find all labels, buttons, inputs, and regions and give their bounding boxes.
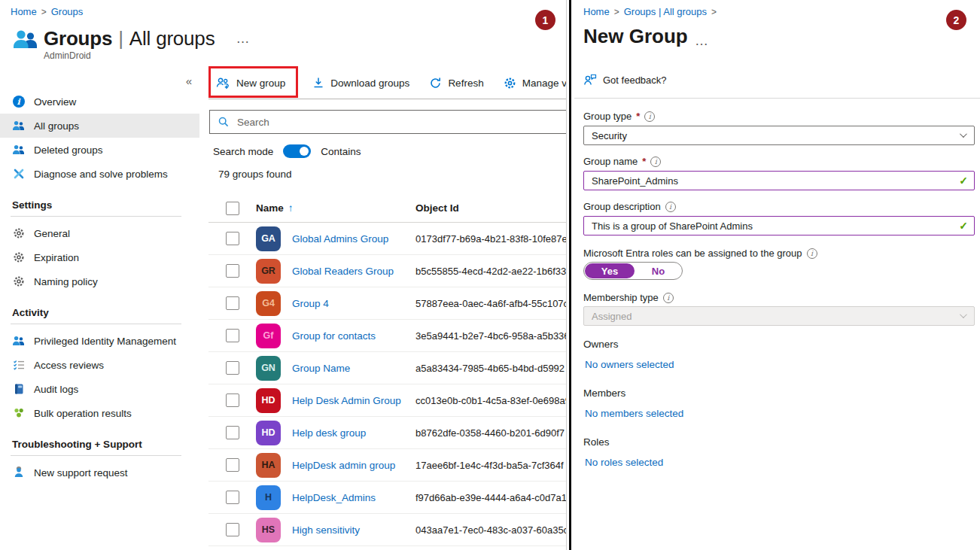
gear-icon xyxy=(12,227,25,240)
sidebar-item-label: Diagnose and solve problems xyxy=(34,169,168,180)
membership-type-value: Assigned xyxy=(592,311,632,322)
got-feedback-button[interactable]: Got feedback? xyxy=(583,74,667,86)
select-all-checkbox[interactable] xyxy=(226,202,239,215)
person-icon xyxy=(12,466,25,479)
info-icon[interactable]: i xyxy=(665,202,676,212)
object-id-cell: 3e5a9441-b2e7-4bc6-958a-a5b336 xyxy=(415,330,567,342)
refresh-button[interactable]: Refresh xyxy=(429,77,483,90)
group-name-link[interactable]: Group for contacts xyxy=(287,330,415,342)
group-name-link[interactable]: Help desk group xyxy=(287,427,415,439)
row-checkbox[interactable] xyxy=(226,232,239,245)
row-checkbox[interactable] xyxy=(226,458,239,472)
sidebar-item-overview[interactable]: i Overview xyxy=(0,90,199,114)
table-row[interactable]: HD Help desk group b8762dfe-0358-4460-b2… xyxy=(208,417,567,449)
search-icon xyxy=(218,116,230,128)
info-icon[interactable]: i xyxy=(807,248,817,259)
object-id-cell: b8762dfe-0358-4460-b201-6d90f7 xyxy=(415,427,567,439)
row-checkbox[interactable] xyxy=(226,491,239,504)
members-link[interactable]: No members selected xyxy=(585,408,683,419)
group-name-link[interactable]: HelpDesk admin group xyxy=(287,460,415,471)
row-checkbox[interactable] xyxy=(226,264,239,278)
panel-divider xyxy=(569,0,571,550)
group-description-label: Group descriptioni xyxy=(583,201,676,212)
sidebar-item-expiration[interactable]: Expiration xyxy=(0,245,199,269)
group-description-input[interactable] xyxy=(592,220,953,232)
sidebar: « i Overview All groups Deleted gro xyxy=(0,71,199,550)
breadcrumb-groups-link[interactable]: Groups | All groups xyxy=(624,6,707,17)
toggle-no-option[interactable]: No xyxy=(635,266,682,277)
people-icon xyxy=(12,120,25,132)
breadcrumb-groups-link[interactable]: Groups xyxy=(51,6,84,17)
column-header-object-id[interactable]: Object Id xyxy=(415,202,567,214)
sidebar-item-bulk-results[interactable]: Bulk operation results xyxy=(0,401,199,425)
download-groups-button[interactable]: Download groups xyxy=(312,77,409,89)
group-name-link[interactable]: Global Readers Group xyxy=(287,266,415,277)
download-icon xyxy=(312,77,324,89)
table-row[interactable]: H HelpDesk_Admins f97d66ab-e39e-4444-a6a… xyxy=(208,482,567,514)
table-row[interactable]: G4 Group 4 57887eea-0aec-4a6f-afb4-55c10… xyxy=(208,287,567,320)
entra-groups-screen: Home>Groups Groups|All groups … AdminDro… xyxy=(0,0,980,550)
roles-link[interactable]: No roles selected xyxy=(585,457,663,468)
sidebar-item-label: Expiration xyxy=(34,252,79,263)
page-header: Groups|All groups … xyxy=(12,27,251,50)
table-row[interactable]: HD Help Desk Admin Group cc013e0b-c0b1-4… xyxy=(208,384,567,417)
group-name-link[interactable]: Group Name xyxy=(287,363,415,374)
owners-link[interactable]: No owners selected xyxy=(585,359,674,370)
row-checkbox[interactable] xyxy=(226,361,239,375)
more-actions-icon[interactable]: … xyxy=(695,33,710,49)
avatar: H xyxy=(256,485,281,510)
download-groups-label: Download groups xyxy=(330,77,409,89)
sidebar-item-access-reviews[interactable]: Access reviews xyxy=(0,353,199,377)
search-input[interactable] xyxy=(237,117,561,128)
table-row[interactable]: Gf Group for contacts 3e5a9441-b2e7-4bc6… xyxy=(208,320,567,352)
table-row[interactable]: GN Group Name a5a83434-7985-4b65-b4bd-d5… xyxy=(208,352,567,384)
toggle-yes-option[interactable]: Yes xyxy=(585,263,635,278)
search-box xyxy=(209,110,567,134)
group-name-link[interactable]: High sensitivity xyxy=(287,524,415,536)
object-id-cell: 17aee6bf-1e4c-4f3d-ba5a-7cf364f xyxy=(415,460,567,471)
checklist-icon xyxy=(12,359,25,372)
manage-view-button[interactable]: Manage view xyxy=(504,77,567,90)
sidebar-item-deleted-groups[interactable]: Deleted groups xyxy=(0,138,199,162)
column-header-name[interactable]: Name↑ xyxy=(256,202,415,214)
row-checkbox[interactable] xyxy=(226,329,239,342)
more-actions-icon[interactable]: … xyxy=(236,31,251,47)
info-icon[interactable]: i xyxy=(663,293,674,303)
refresh-icon xyxy=(429,77,442,90)
sidebar-item-general[interactable]: General xyxy=(0,221,199,245)
group-name-link[interactable]: Group 4 xyxy=(287,298,415,309)
breadcrumb-home-link[interactable]: Home xyxy=(583,6,610,17)
entra-roles-label: Microsoft Entra roles can be assigned to… xyxy=(583,248,817,259)
group-name-link[interactable]: Help Desk Admin Group xyxy=(287,395,415,406)
sidebar-item-label: New support request xyxy=(34,467,128,479)
group-name-input[interactable] xyxy=(592,175,953,187)
sidebar-item-pim[interactable]: Privileged Identity Management xyxy=(0,329,199,353)
breadcrumb-separator: > xyxy=(614,7,619,17)
group-name-link[interactable]: Global Admins Group xyxy=(287,233,415,245)
page-title-rest: All groups xyxy=(129,27,215,50)
sidebar-item-diagnose[interactable]: Diagnose and solve problems xyxy=(0,162,199,186)
sidebar-item-all-groups[interactable]: All groups xyxy=(0,114,199,138)
row-checkbox[interactable] xyxy=(226,394,239,407)
search-mode-toggle[interactable] xyxy=(283,144,311,158)
table-row[interactable]: GA Global Admins Group 0173df77-b69a-4b2… xyxy=(208,223,567,255)
group-name-link[interactable]: HelpDesk_Admins xyxy=(287,492,415,503)
sidebar-collapse-icon[interactable]: « xyxy=(186,74,192,87)
refresh-label: Refresh xyxy=(448,77,483,89)
breadcrumb-home-link[interactable]: Home xyxy=(11,6,37,17)
sidebar-item-audit-logs[interactable]: Audit logs xyxy=(0,377,199,401)
row-checkbox[interactable] xyxy=(226,426,239,439)
row-checkbox[interactable] xyxy=(226,296,239,310)
sidebar-item-new-support-request[interactable]: New support request xyxy=(0,460,199,485)
object-id-cell: b5c55855-4ecd-42d2-ae22-1b6f33 xyxy=(415,266,567,277)
table-row[interactable]: HA HelpDesk admin group 17aee6bf-1e4c-4f… xyxy=(208,449,567,482)
people-icon xyxy=(12,335,25,348)
sidebar-item-label: All groups xyxy=(34,120,79,132)
sidebar-item-naming-policy[interactable]: Naming policy xyxy=(0,269,199,293)
info-icon[interactable]: i xyxy=(650,156,661,167)
row-checkbox[interactable] xyxy=(226,523,239,536)
info-icon[interactable]: i xyxy=(644,111,655,122)
table-row[interactable]: HS High sensitivity 043aa7e1-7ec0-483c-a… xyxy=(208,514,567,546)
group-type-select[interactable]: Security xyxy=(583,126,975,145)
table-row[interactable]: GR Global Readers Group b5c55855-4ecd-42… xyxy=(208,255,567,287)
